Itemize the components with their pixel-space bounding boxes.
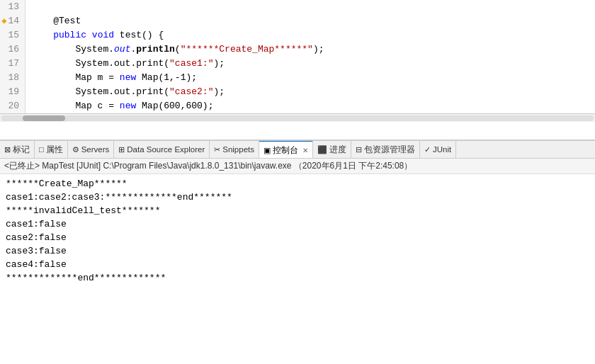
code-line: 19 System.out.print("case2:"); xyxy=(0,85,595,99)
snippets-label: Snippets xyxy=(222,145,254,154)
tab-snippets[interactable]: ✂Snippets xyxy=(210,140,259,159)
code-line: 18 Map m = new Map(1,-1); xyxy=(0,71,595,85)
code-line: ◆14 @Test xyxy=(0,14,595,28)
markers-label: 标记 xyxy=(13,144,30,155)
junit-icon: ✓ xyxy=(424,145,431,154)
line-number: 20 xyxy=(0,99,26,113)
snippets-icon: ✂ xyxy=(214,145,220,154)
line-content: System.out.println("******Create_Map****… xyxy=(26,42,324,57)
tab-markers[interactable]: ⊠标记 xyxy=(0,140,35,159)
line-content: Map c = new Map(600,600); xyxy=(26,99,213,113)
tab-junit[interactable]: ✓JUnit xyxy=(420,140,456,159)
console-output-line: case1:case2:case3:*************end******… xyxy=(6,190,589,204)
bottom-tab-bar: ⊠标记□属性⚙Servers⊞Data Source Explorer✂Snip… xyxy=(0,140,595,159)
code-editor: 13◆14 @Test15 public void test() {16 Sys… xyxy=(0,0,595,140)
console-output-line: *************end************* xyxy=(6,271,589,285)
console-output-line: case4:false xyxy=(6,258,589,271)
line-content: Map m = new Map(1,-1); xyxy=(26,71,197,85)
servers-label: Servers xyxy=(81,145,110,154)
line-number: 17 xyxy=(0,57,26,71)
line-number: 13 xyxy=(0,0,26,14)
console-status-bar: <已终止> MapTest [JUnit] C:\Program Files\J… xyxy=(0,159,595,174)
progress-label: 进度 xyxy=(329,144,346,155)
tab-datasource[interactable]: ⊞Data Source Explorer xyxy=(114,140,210,159)
line-number: 19 xyxy=(0,85,26,99)
line-content: System.out.print("case2:"); xyxy=(26,85,225,99)
datasource-icon: ⊞ xyxy=(118,145,125,154)
tab-properties[interactable]: □属性 xyxy=(35,140,68,159)
line-content: public void test() { xyxy=(26,28,164,42)
datasource-label: Data Source Explorer xyxy=(127,145,205,154)
scrollbar-track xyxy=(1,115,594,121)
console-output: ******Create_Map******case1:case2:case3:… xyxy=(0,174,595,288)
code-line: 20 Map c = new Map(600,600); xyxy=(0,99,595,113)
tab-package-explorer[interactable]: ⊟包资源管理器 xyxy=(351,140,420,159)
tab-console[interactable]: ▣控制台✕ xyxy=(259,140,313,159)
junit-label: JUnit xyxy=(433,145,451,154)
code-line: 15 public void test() { xyxy=(0,28,595,42)
console-output-line: ******Create_Map****** xyxy=(6,177,589,190)
line-content: System.out.print("case1:"); xyxy=(26,57,225,71)
line-number: 15 xyxy=(0,28,26,42)
line-number: 18 xyxy=(0,71,26,85)
line-content: @Test xyxy=(26,14,81,28)
package-explorer-label: 包资源管理器 xyxy=(364,144,415,155)
package-explorer-icon: ⊟ xyxy=(356,145,362,154)
console-close[interactable]: ✕ xyxy=(302,147,308,154)
console-label: 控制台 xyxy=(273,145,298,156)
line-number: ◆14 xyxy=(0,14,26,28)
properties-icon: □ xyxy=(39,145,44,154)
code-line: 16 System.out.println("******Create_Map*… xyxy=(0,42,595,57)
code-line: 17 System.out.print("case1:"); xyxy=(0,57,595,71)
code-line: 13 xyxy=(0,0,595,14)
tab-progress[interactable]: ⬛进度 xyxy=(313,140,351,159)
console-output-line: case1:false xyxy=(6,217,589,231)
markers-icon: ⊠ xyxy=(4,145,11,154)
console-output-line: *****invalidCell_test******* xyxy=(6,204,589,217)
console-icon: ▣ xyxy=(264,146,271,155)
line-number: 16 xyxy=(0,42,26,57)
horizontal-scrollbar[interactable] xyxy=(0,113,595,122)
ide-window: 13◆14 @Test15 public void test() {16 Sys… xyxy=(0,0,595,364)
tab-servers[interactable]: ⚙Servers xyxy=(68,140,115,159)
scrollbar-thumb[interactable] xyxy=(23,115,65,121)
properties-label: 属性 xyxy=(46,144,63,155)
progress-icon: ⬛ xyxy=(317,145,327,154)
console-output-line: case2:false xyxy=(6,231,589,244)
servers-icon: ⚙ xyxy=(72,145,79,154)
console-output-line: case3:false xyxy=(6,244,589,258)
breakpoint-marker: ◆ xyxy=(1,16,6,26)
